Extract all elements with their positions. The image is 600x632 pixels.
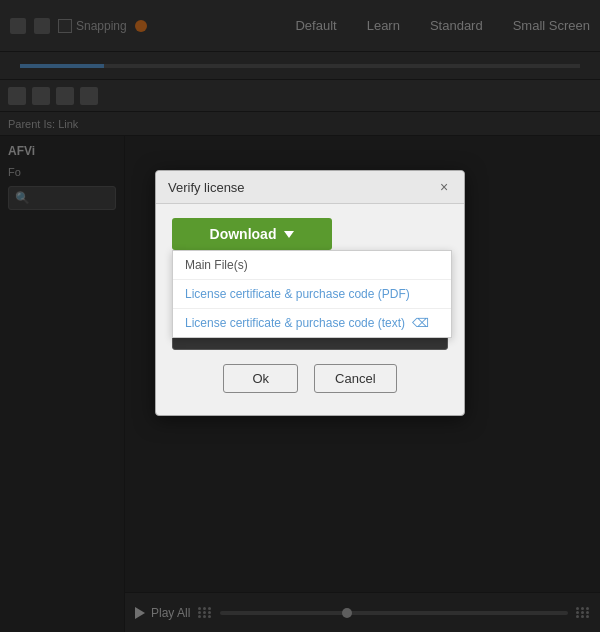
download-dropdown-container: Download Main File(s) License certificat… bbox=[172, 218, 448, 250]
dialog-header: Verify license × bbox=[156, 171, 464, 204]
dropdown-item-pdf[interactable]: License certificate & purchase code (PDF… bbox=[173, 280, 451, 309]
app-background: Snapping Default Learn Standard Small Sc… bbox=[0, 0, 600, 632]
cursor-hand-icon: ⌫ bbox=[412, 316, 429, 330]
cancel-button[interactable]: Cancel bbox=[314, 364, 396, 393]
dialog-close-button[interactable]: × bbox=[436, 179, 452, 195]
download-arrow-icon bbox=[284, 231, 294, 238]
dialog-actions: Ok Cancel bbox=[172, 360, 448, 401]
download-button-label: Download bbox=[210, 226, 277, 242]
download-dropdown-menu: Main File(s) License certificate & purch… bbox=[172, 250, 452, 338]
download-button[interactable]: Download bbox=[172, 218, 332, 250]
dropdown-item-text[interactable]: License certificate & purchase code (tex… bbox=[173, 309, 451, 337]
verify-license-dialog: Verify license × Download Main File(s) L… bbox=[155, 170, 465, 416]
dropdown-text-label: License certificate & purchase code (tex… bbox=[185, 316, 405, 330]
dropdown-item-main-files[interactable]: Main File(s) bbox=[173, 251, 451, 280]
dialog-body: Download Main File(s) License certificat… bbox=[156, 204, 464, 415]
dialog-title: Verify license bbox=[168, 180, 245, 195]
ok-button[interactable]: Ok bbox=[223, 364, 298, 393]
